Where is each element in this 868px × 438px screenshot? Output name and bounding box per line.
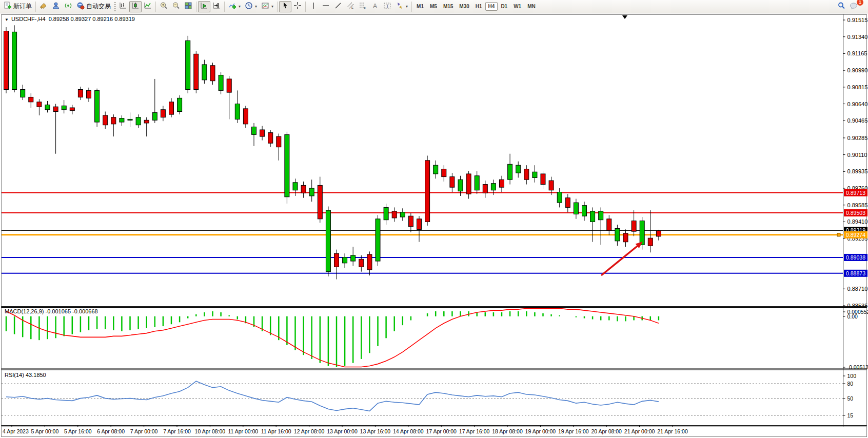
candle bbox=[161, 110, 165, 117]
signal-button[interactable] bbox=[62, 1, 74, 12]
price-tick-label: 0.90990 bbox=[847, 67, 868, 73]
bar-chart-button[interactable] bbox=[117, 1, 129, 12]
autotrade-button[interactable]: 自动交易 bbox=[74, 1, 113, 12]
date-label: 13 Apr 00:00 bbox=[327, 428, 358, 434]
indicators-button[interactable]: ▾ bbox=[226, 1, 243, 12]
text-label-tool-button[interactable]: T bbox=[381, 1, 393, 12]
candle bbox=[260, 130, 265, 136]
tf-m15-button[interactable]: M15 bbox=[440, 2, 456, 11]
candle bbox=[632, 221, 636, 232]
toolbar: 新订单 自动交易 ▾ ▾ ▾ E F A T ▾ M1 M5 M15 M30 H… bbox=[0, 0, 868, 13]
tf-m5-button[interactable]: M5 bbox=[427, 2, 440, 11]
search-button[interactable] bbox=[835, 1, 847, 12]
candle bbox=[532, 172, 537, 177]
candle bbox=[12, 32, 17, 89]
templates-button[interactable]: ▾ bbox=[259, 1, 275, 12]
candle bbox=[557, 192, 562, 203]
macd-name: MACD(12,26,9) bbox=[5, 308, 44, 314]
tile-windows-button[interactable] bbox=[182, 1, 194, 12]
channel-tool-button[interactable]: E bbox=[344, 1, 357, 12]
styler-button[interactable] bbox=[37, 1, 50, 12]
autotrade-icon bbox=[76, 2, 85, 12]
fibonacci-tool-button[interactable]: F bbox=[357, 1, 369, 12]
arrows-icon bbox=[396, 2, 404, 12]
chart-title: ▼USDCHF-,H4 0.89258 0.89327 0.89216 0.89… bbox=[5, 16, 135, 22]
candlestick-chart-button[interactable] bbox=[129, 1, 142, 12]
chart-shift-icon bbox=[212, 2, 221, 12]
candle bbox=[351, 255, 356, 261]
macd-values: -0.001065 -0.000668 bbox=[45, 308, 97, 314]
arrows-caret-icon: ▾ bbox=[406, 4, 408, 9]
line-chart-button[interactable] bbox=[142, 1, 154, 12]
price-tag-label: 0.89274 bbox=[846, 232, 865, 238]
price-tick-label: 0.91340 bbox=[847, 34, 868, 40]
svg-text:T: T bbox=[386, 3, 389, 8]
tf-m1-button[interactable]: M1 bbox=[413, 2, 427, 11]
tf-mn-button[interactable]: MN bbox=[524, 2, 539, 11]
tf-h1-button[interactable]: H1 bbox=[472, 2, 485, 11]
candle bbox=[29, 97, 33, 102]
hline-handle[interactable] bbox=[837, 233, 840, 236]
periods-button[interactable]: ▾ bbox=[243, 1, 259, 12]
auto-scroll-button[interactable] bbox=[198, 1, 210, 12]
tf-h4-button[interactable]: H4 bbox=[485, 2, 498, 11]
candle bbox=[359, 259, 364, 267]
cursor-tool-button[interactable] bbox=[279, 1, 291, 12]
chart-shift-button[interactable] bbox=[210, 1, 223, 12]
tf-w1-button[interactable]: W1 bbox=[510, 2, 524, 11]
candle bbox=[524, 169, 529, 180]
candle bbox=[549, 181, 554, 190]
date-label: 5 Apr 16:00 bbox=[64, 428, 92, 434]
zoom-out-icon bbox=[172, 2, 180, 12]
candle bbox=[516, 165, 521, 173]
candle bbox=[623, 233, 628, 242]
tf-d1-button[interactable]: D1 bbox=[498, 2, 510, 11]
candle bbox=[541, 174, 545, 185]
trendline-tool-button[interactable] bbox=[332, 1, 344, 12]
candle bbox=[87, 90, 91, 98]
price-tick-label: 0.91515 bbox=[847, 17, 868, 23]
periods-caret-icon: ▾ bbox=[255, 4, 257, 9]
date-label: 4 Apr 2023 bbox=[3, 428, 29, 434]
chart-ohlc: 0.89258 0.89327 0.89216 0.89319 bbox=[49, 16, 135, 22]
date-label: 17 Apr 16:00 bbox=[459, 428, 490, 434]
price-tick-label: 0.90110 bbox=[847, 152, 867, 158]
new-order-button[interactable]: 新订单 bbox=[2, 1, 34, 12]
text-tool-button[interactable]: A bbox=[369, 1, 381, 12]
date-label: 12 Apr 08:00 bbox=[294, 428, 325, 434]
candle bbox=[343, 257, 347, 263]
vertical-line-icon bbox=[309, 2, 318, 12]
candle bbox=[450, 177, 455, 188]
horizontal-line-tool-button[interactable] bbox=[320, 1, 332, 12]
autotrade-label: 自动交易 bbox=[86, 2, 111, 11]
candle bbox=[120, 118, 124, 122]
chart-canvas[interactable]: 0.915150.913400.911650.909900.908150.906… bbox=[0, 0, 868, 438]
rsi-axis-label: 100 bbox=[847, 373, 857, 379]
date-label: 21 Apr 00:00 bbox=[624, 428, 655, 434]
candle bbox=[169, 102, 174, 114]
price-tick-label: 0.89585 bbox=[847, 202, 868, 208]
candle bbox=[326, 210, 330, 272]
arrows-tool-button[interactable]: ▾ bbox=[393, 1, 410, 12]
date-label: 11 Apr 16:00 bbox=[261, 428, 291, 434]
notifications-button[interactable]: 1 bbox=[847, 1, 861, 12]
zoom-out-button[interactable] bbox=[170, 1, 182, 12]
price-tick-label: 0.89935 bbox=[847, 168, 868, 174]
tf-m30-button[interactable]: M30 bbox=[456, 2, 472, 11]
crosshair-icon bbox=[293, 2, 302, 12]
vertical-line-tool-button[interactable] bbox=[307, 1, 320, 12]
candle bbox=[582, 206, 587, 216]
price-tick-label: 0.90640 bbox=[847, 101, 868, 107]
candle bbox=[186, 41, 190, 89]
candle bbox=[4, 31, 9, 89]
candle bbox=[376, 219, 380, 261]
profile-button[interactable] bbox=[50, 1, 62, 12]
candle bbox=[508, 164, 512, 180]
crosshair-tool-button[interactable] bbox=[291, 1, 304, 12]
date-label: 13 Apr 16:00 bbox=[360, 428, 391, 434]
zoom-in-button[interactable] bbox=[157, 1, 170, 12]
candle bbox=[152, 112, 157, 120]
chart-expand-icon[interactable]: ▼ bbox=[5, 17, 9, 22]
date-label: 7 Apr 16:00 bbox=[163, 428, 191, 434]
fibonacci-icon: F bbox=[359, 2, 367, 12]
